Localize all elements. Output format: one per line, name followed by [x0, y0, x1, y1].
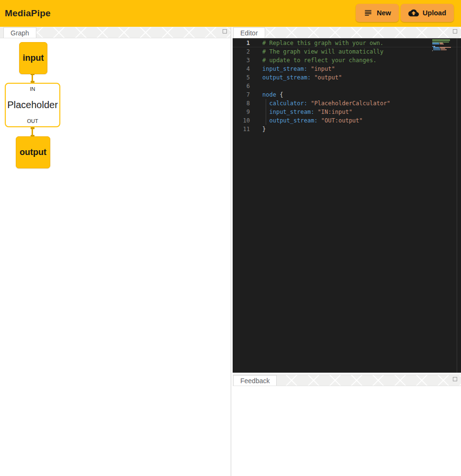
graph-node-input[interactable]: input [19, 42, 47, 74]
line-number: 9 [233, 108, 255, 116]
graph-node-output-label: output [20, 147, 46, 157]
code-line[interactable]: 6 [233, 82, 461, 90]
graph-node-output[interactable]: output [16, 136, 50, 168]
code-line[interactable]: 3# update to reflect your changes. [233, 56, 461, 65]
graph-canvas[interactable]: input IN Placeholder OUT output [0, 38, 231, 476]
line-number: 6 [233, 82, 255, 90]
placeholder-out-label: OUT [27, 118, 38, 124]
graph-panel: Graph input IN Placeholder OUT output [0, 27, 231, 476]
line-number: 4 [233, 65, 255, 73]
code-editor[interactable]: 1# Replace this graph with your own.2# T… [233, 38, 461, 373]
minimap[interactable] [432, 39, 453, 51]
graph-node-placeholder[interactable]: IN Placeholder OUT [5, 83, 60, 127]
graph-maximize-icon[interactable] [223, 29, 227, 33]
line-number: 3 [233, 56, 255, 65]
code-line[interactable]: 2# The graph view will automatically [233, 47, 461, 56]
code-line[interactable]: 8 calculator: "PlaceholderCalculator" [233, 99, 461, 108]
subject-icon [363, 8, 373, 18]
editor-maximize-icon[interactable] [453, 29, 457, 33]
app-title: MediaPipe [5, 8, 51, 19]
feedback-panel: Feedback [233, 375, 461, 476]
tab-graph-label: Graph [11, 29, 29, 37]
code-line[interactable]: 11} [233, 125, 461, 133]
code-line[interactable]: 5output_stream: "output" [233, 73, 461, 82]
line-number: 2 [233, 47, 255, 56]
indent-guide [266, 99, 266, 125]
editor-panel: Editor 1# Replace this graph with your o… [233, 27, 461, 373]
app-header: MediaPipe New Upload [0, 0, 461, 27]
new-button-label: New [377, 9, 391, 17]
tab-editor[interactable]: Editor [233, 27, 265, 38]
editor-scrollbar[interactable] [457, 38, 457, 373]
upload-button[interactable]: Upload [401, 4, 454, 22]
tab-graph[interactable]: Graph [3, 27, 36, 38]
code-line[interactable]: 1# Replace this graph with your own. [233, 39, 461, 47]
code-line[interactable]: 4input_stream: "input" [233, 65, 461, 73]
feedback-panel-header: Feedback [233, 375, 461, 386]
line-number: 8 [233, 99, 255, 108]
line-number: 7 [233, 90, 255, 99]
line-number: 11 [233, 125, 255, 133]
new-button[interactable]: New [356, 4, 399, 22]
tab-editor-label: Editor [240, 29, 258, 37]
code-line[interactable]: 7node { [233, 90, 461, 99]
feedback-maximize-icon[interactable] [453, 377, 457, 381]
line-number: 5 [233, 73, 255, 82]
header-actions: New Upload [356, 4, 454, 22]
graph-panel-header: Graph [0, 27, 231, 38]
editor-panel-header: Editor [233, 27, 461, 38]
code-lines: 1# Replace this graph with your own.2# T… [233, 38, 461, 133]
code-line[interactable]: 9 input_stream: "IN:input" [233, 108, 461, 116]
line-number: 1 [233, 39, 255, 47]
code-line[interactable]: 10 output_stream: "OUT:output" [233, 116, 461, 125]
upload-button-label: Upload [423, 9, 446, 17]
placeholder-title: Placeholder [7, 100, 58, 111]
placeholder-in-label: IN [30, 86, 35, 92]
tab-feedback[interactable]: Feedback [233, 375, 277, 386]
cloud-upload-icon [408, 8, 419, 18]
tab-feedback-label: Feedback [240, 377, 270, 385]
feedback-content [233, 386, 461, 476]
line-number: 10 [233, 116, 255, 125]
graph-node-input-label: input [23, 53, 44, 63]
